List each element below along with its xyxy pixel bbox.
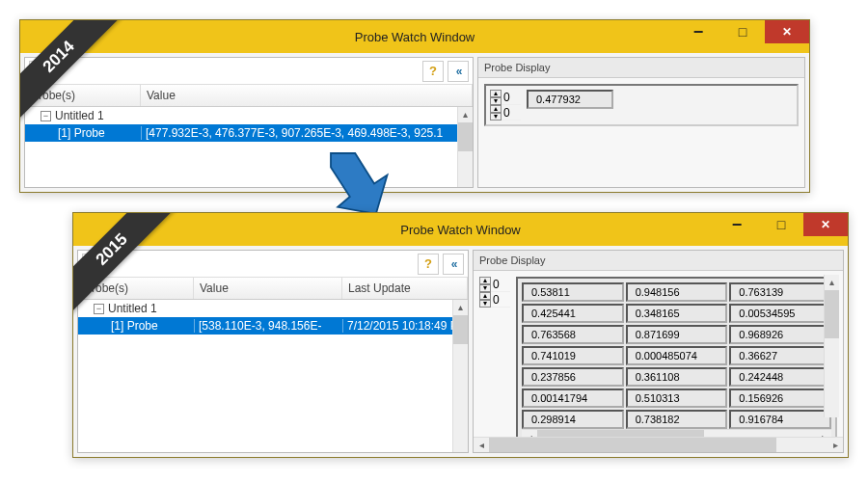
left-pane: ✕ ? « Probe(s) Value − Untitled 1 [1] Pr… <box>24 57 474 188</box>
grid-cell: 0.738182 <box>626 410 728 429</box>
scroll-right-icon[interactable]: ▸ <box>816 430 831 437</box>
scroll-right-icon[interactable]: ▸ <box>827 438 843 452</box>
tree-root[interactable]: − Untitled 1 <box>25 107 473 124</box>
scroll-up-icon[interactable]: ▴ <box>453 300 468 315</box>
grid-cell: 0.000485074 <box>626 346 728 365</box>
close-button[interactable]: ✕ <box>765 20 809 43</box>
probe-tree: − Untitled 1 [1] Probe [477.932E-3, 476.… <box>25 107 473 187</box>
spinner-col: ▴▾ 0 <box>490 105 521 120</box>
minimize-button[interactable]: − <box>676 20 720 43</box>
scroll-thumb[interactable] <box>489 438 776 452</box>
left-pane: ✕ ? « Probe(s) Value Last Update − Untit… <box>77 250 469 453</box>
probe-display-2015: ▴▾ 0 ▴▾ 0 0.538110.9481560.7631390.42544… <box>479 277 837 437</box>
column-headers: Probe(s) Value Last Update <box>78 278 468 300</box>
panel-horizontal-scrollbar[interactable]: ◂ ▸ <box>474 437 843 452</box>
expand-icon[interactable]: − <box>94 304 104 314</box>
window-2015: Probe Watch Window − □ ✕ ✕ ? « Probe(s) … <box>72 212 849 458</box>
grid-cell: 0.242448 <box>729 367 831 387</box>
scroll-left-icon[interactable]: ◂ <box>474 438 489 452</box>
collapse-icon[interactable]: « <box>448 61 469 82</box>
grid-cell: 0.237856 <box>522 367 624 387</box>
spin-col-value[interactable]: 0 <box>502 106 521 120</box>
grid-cell: 0.916784 <box>729 410 831 429</box>
probe-name: [1] Probe <box>82 319 194 333</box>
grid-cell: 0.510313 <box>626 388 728 408</box>
scroll-left-icon[interactable]: ◂ <box>522 430 537 437</box>
probe-value: [538.110E-3, 948.156E- <box>194 319 342 333</box>
spinner-col: ▴▾ 0 <box>479 292 510 308</box>
index-spinners: ▴▾ 0 ▴▾ 0 <box>479 277 510 308</box>
untitled-label: Untitled 1 <box>108 302 157 315</box>
probe-value: [477.932E-3, 476.377E-3, 907.265E-3, 469… <box>141 126 473 140</box>
maximize-button[interactable]: □ <box>759 213 803 236</box>
probe-display-2014: ▴▾ 0 ▴▾ 0 0.477932 <box>484 84 799 126</box>
window-2014: Probe Watch Window − □ ✕ ✕ ? « Probe(s) … <box>19 19 810 193</box>
scroll-thumb[interactable] <box>825 290 839 338</box>
collapse-icon[interactable]: « <box>443 254 464 275</box>
vertical-scrollbar[interactable]: ▴ <box>457 107 473 187</box>
grid-cell: 0.763568 <box>522 325 624 344</box>
col-probes[interactable]: Probe(s) <box>25 85 141 106</box>
vertical-scrollbar[interactable]: ▴ <box>824 275 839 417</box>
scroll-thumb[interactable] <box>453 315 468 344</box>
maximize-button[interactable]: □ <box>720 20 765 43</box>
content-2015: ✕ ? « Probe(s) Value Last Update − Untit… <box>73 246 848 457</box>
grid-cell: 0.00534595 <box>729 304 831 323</box>
probe-name: [1] Probe <box>29 126 141 140</box>
value-grid-wrap: 0.538110.9481560.7631390.4254410.3481650… <box>516 277 837 437</box>
probe-row-selected[interactable]: [1] Probe [538.110E-3, 948.156E- 7/12/20… <box>78 317 468 335</box>
untitled-label: Untitled 1 <box>55 109 104 122</box>
delete-icon[interactable]: ✕ <box>82 254 103 275</box>
titlebar-2014[interactable]: Probe Watch Window − □ ✕ <box>20 20 809 53</box>
panel-body: ▴▾ 0 ▴▾ 0 0.538110.9481560.7631390.42544… <box>474 271 843 437</box>
col-probes[interactable]: Probe(s) <box>78 278 194 299</box>
title-buttons: − □ ✕ <box>676 20 809 43</box>
expand-icon[interactable]: − <box>41 111 51 121</box>
right-pane: Probe Display ▴▾ 0 ▴▾ 0 0.477932 <box>477 57 805 188</box>
close-button[interactable]: ✕ <box>803 213 848 236</box>
probe-tree: − Untitled 1 [1] Probe [538.110E-3, 948.… <box>78 300 468 452</box>
grid-cell: 0.298914 <box>522 410 624 429</box>
content-2014: ✕ ? « Probe(s) Value − Untitled 1 [1] Pr… <box>20 53 809 192</box>
index-spinners: ▴▾ 0 ▴▾ 0 <box>490 90 521 120</box>
probe-row-selected[interactable]: [1] Probe [477.932E-3, 476.377E-3, 907.2… <box>25 124 473 142</box>
delete-icon[interactable]: ✕ <box>29 61 50 82</box>
grid-cell: 0.348165 <box>626 304 728 323</box>
grid-cell: 0.156926 <box>729 388 831 408</box>
column-headers: Probe(s) Value <box>25 85 473 107</box>
spin-row-value[interactable]: 0 <box>502 91 521 105</box>
single-value: 0.477932 <box>527 90 613 109</box>
titlebar-2015[interactable]: Probe Watch Window − □ ✕ <box>73 213 848 246</box>
col-value[interactable]: Value <box>141 85 473 106</box>
col-last-update[interactable]: Last Update <box>342 278 468 299</box>
vertical-scrollbar[interactable]: ▴ <box>452 300 468 452</box>
help-icon[interactable]: ? <box>422 61 444 82</box>
grid-cell: 0.36627 <box>729 346 831 365</box>
value-grid: 0.538110.9481560.7631390.4254410.3481650… <box>522 282 831 429</box>
scroll-up-icon[interactable]: ▴ <box>825 275 839 290</box>
tree-root[interactable]: − Untitled 1 <box>78 300 468 317</box>
grid-cell: 0.763139 <box>729 282 831 302</box>
spin-down-icon[interactable]: ▾ <box>490 113 502 120</box>
grid-cell: 0.871699 <box>626 325 728 344</box>
panel-title: Probe Display <box>474 251 843 271</box>
spin-col-value[interactable]: 0 <box>491 293 510 308</box>
help-icon[interactable]: ? <box>418 254 439 275</box>
spin-down-icon[interactable]: ▾ <box>479 300 491 308</box>
right-pane: Probe Display ▴▾ 0 ▴▾ 0 0.53811 <box>473 250 844 453</box>
spinner-row: ▴▾ 0 <box>479 277 510 292</box>
spin-row-value[interactable]: 0 <box>491 278 510 292</box>
grid-cell: 0.948156 <box>626 282 728 302</box>
col-value[interactable]: Value <box>194 278 342 299</box>
grid-cell: 0.53811 <box>522 282 624 302</box>
title-buttons: − □ ✕ <box>715 213 848 236</box>
scroll-thumb[interactable] <box>458 122 473 151</box>
grid-cell: 0.425441 <box>522 304 624 323</box>
grid-cell: 0.00141794 <box>522 388 624 408</box>
minimize-button[interactable]: − <box>715 213 759 236</box>
horizontal-scrollbar[interactable]: ◂ ▸ <box>522 429 831 437</box>
panel-title: Probe Display <box>478 58 804 78</box>
scroll-up-icon[interactable]: ▴ <box>458 107 473 122</box>
scroll-thumb[interactable] <box>537 430 704 437</box>
grid-cell: 0.741019 <box>522 346 624 365</box>
